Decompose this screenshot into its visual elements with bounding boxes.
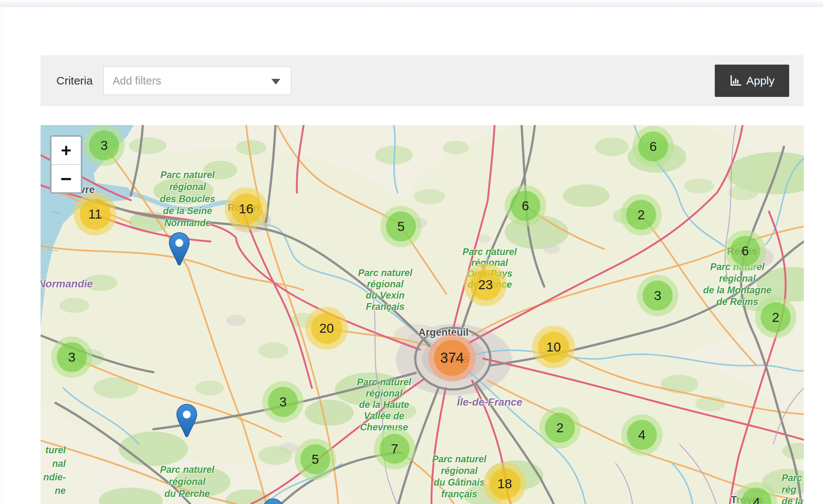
cluster-count: 3	[57, 342, 87, 372]
cluster-marker-4[interactable]: 4	[621, 414, 663, 456]
cluster-count-value: 3	[654, 288, 661, 303]
cluster-count-value: 2	[637, 207, 644, 222]
cluster-count: 2	[545, 413, 575, 443]
cluster-count-value: 5	[397, 219, 404, 234]
pin-icon	[263, 498, 284, 504]
cluster-count-value: 6	[649, 139, 657, 154]
cluster-count: 11	[80, 199, 111, 230]
cluster-marker-5[interactable]: 5	[295, 439, 336, 480]
map[interactable]: Le HavreRouenArgenteuilParisReimsTroyesN…	[41, 125, 804, 504]
cluster-marker-6[interactable]: 6	[505, 185, 546, 226]
zoom-in-button[interactable]: +	[51, 137, 81, 164]
cluster-marker-6[interactable]: 6	[725, 230, 766, 272]
cluster-marker-4[interactable]: 4	[736, 482, 777, 504]
cluster-count: 4	[741, 487, 772, 504]
cluster-count-value: 2	[772, 310, 779, 325]
cluster-count: 23	[470, 269, 501, 300]
cluster-count: 3	[643, 281, 673, 311]
cluster-count: 10	[538, 332, 569, 363]
cluster-count-value: 2	[556, 420, 563, 435]
cluster-count: 2	[761, 302, 791, 332]
cluster-count: 3	[268, 387, 298, 417]
cluster-count: 374	[434, 340, 470, 376]
chevron-down-icon	[271, 79, 280, 85]
cluster-count: 2	[626, 200, 656, 230]
map-pin[interactable]	[176, 404, 197, 440]
cluster-count-value: 11	[88, 207, 102, 222]
map-pin[interactable]	[263, 498, 284, 504]
cluster-count-value: 6	[741, 243, 749, 258]
cluster-marker-18[interactable]: 18	[483, 462, 526, 504]
cluster-marker-6[interactable]: 6	[632, 126, 674, 167]
top-strip	[0, 0, 823, 6]
pin-icon	[169, 232, 190, 267]
cluster-count: 5	[386, 211, 416, 241]
cluster-count: 18	[489, 468, 520, 499]
pin-icon	[176, 404, 197, 438]
cluster-count-value: 7	[391, 441, 398, 456]
criteria-label: Criteria	[56, 74, 93, 87]
cluster-count: 3	[89, 130, 119, 160]
cluster-count-value: 23	[478, 277, 493, 292]
cluster-count-value: 4	[753, 495, 760, 504]
add-filters-dropdown[interactable]: Add filters	[103, 66, 291, 95]
cluster-marker-3[interactable]: 3	[83, 125, 125, 166]
cluster-count-value: 6	[522, 198, 529, 213]
cluster-count: 16	[231, 193, 262, 225]
cluster-count-value: 18	[498, 476, 512, 491]
cluster-marker-3[interactable]: 3	[51, 337, 92, 378]
cluster-count-value: 3	[100, 138, 107, 153]
cluster-marker-2[interactable]: 2	[620, 194, 662, 235]
zoom-out-button[interactable]: −	[51, 164, 81, 192]
cluster-marker-7[interactable]: 7	[374, 428, 415, 469]
cluster-marker-3[interactable]: 3	[262, 381, 304, 423]
cluster-count-value: 374	[440, 350, 464, 366]
cluster-marker-2[interactable]: 2	[539, 407, 581, 448]
cluster-count-value: 16	[239, 201, 254, 216]
add-filters-placeholder: Add filters	[113, 75, 161, 87]
bar-chart-icon	[729, 75, 741, 87]
cluster-marker-2[interactable]: 2	[755, 297, 796, 338]
cluster-count-value: 4	[638, 427, 645, 442]
cluster-marker-11[interactable]: 11	[74, 193, 116, 235]
cluster-count: 6	[510, 191, 540, 221]
cluster-marker-5[interactable]: 5	[380, 206, 422, 247]
map-pin[interactable]	[169, 232, 190, 268]
cluster-count-value: 5	[312, 452, 319, 467]
cluster-marker-374[interactable]: 374	[428, 334, 476, 382]
cluster-count-value: 20	[319, 321, 334, 336]
cluster-marker-23[interactable]: 23	[464, 263, 507, 306]
cluster-count-value: 10	[546, 340, 561, 355]
cluster-count: 5	[300, 444, 330, 474]
cluster-count: 20	[311, 313, 342, 344]
cluster-marker-3[interactable]: 3	[637, 275, 678, 316]
cluster-count-value: 3	[279, 394, 286, 409]
criteria-bar: Criteria Add filters Apply	[41, 55, 803, 106]
cluster-marker-16[interactable]: 16	[225, 187, 268, 230]
apply-label: Apply	[746, 74, 775, 87]
map-markers-layer: 311165662623322010374332475184	[41, 125, 804, 504]
cluster-marker-20[interactable]: 20	[305, 307, 348, 350]
cluster-count: 6	[730, 236, 760, 266]
cluster-count: 7	[380, 434, 410, 464]
apply-button[interactable]: Apply	[715, 65, 789, 97]
cluster-count-value: 3	[68, 350, 75, 365]
cluster-count: 4	[627, 420, 657, 450]
page: Criteria Add filters Apply	[0, 0, 823, 504]
cluster-marker-10[interactable]: 10	[532, 326, 575, 368]
cluster-count: 6	[638, 131, 668, 161]
zoom-control: + −	[50, 135, 82, 194]
